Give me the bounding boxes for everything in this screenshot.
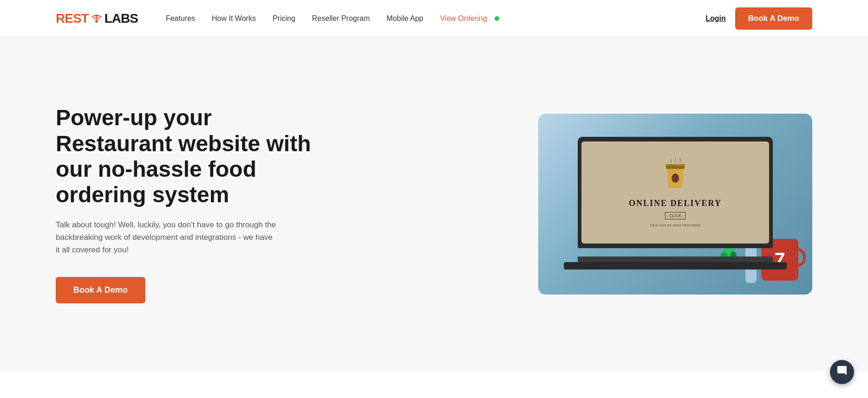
logo-labs: LABS xyxy=(104,11,138,26)
wifi-icon xyxy=(90,12,104,26)
online-status-dot xyxy=(495,16,499,21)
laptop-scene: 7 xyxy=(538,114,812,295)
chat-icon xyxy=(836,365,848,371)
mug-handle xyxy=(797,248,806,267)
svg-point-8 xyxy=(672,173,679,183)
nav-view-ordering[interactable]: View Ordering xyxy=(440,14,487,23)
online-delivery-text: ONLINE DELIVERY xyxy=(629,199,722,208)
laptop-bottom-bar xyxy=(564,262,787,270)
nav-pricing[interactable]: Pricing xyxy=(273,14,295,23)
logo[interactable]: REST LABS xyxy=(56,11,138,26)
click-info: Click here for more information xyxy=(650,223,700,227)
nav-links: Features How It Works Pricing Reseller P… xyxy=(166,14,705,23)
coffee-cup-icon xyxy=(659,158,692,195)
hero-title: Power-up your Restaurant website with ou… xyxy=(56,105,311,207)
login-link[interactable]: Login xyxy=(705,14,726,23)
hero-section: Power-up your Restaurant website with ou… xyxy=(0,37,868,371)
svg-rect-9 xyxy=(666,164,685,167)
nav-book-demo-button[interactable]: Book A Demo xyxy=(735,7,812,30)
hero-image: 7 xyxy=(538,114,812,295)
logo-rest: REST xyxy=(56,11,89,26)
hero-content: Power-up your Restaurant website with ou… xyxy=(56,105,311,303)
click-label: CLICK xyxy=(665,212,686,219)
nav-how-it-works[interactable]: How It Works xyxy=(212,14,256,23)
nav-mobile-app[interactable]: Mobile App xyxy=(386,14,423,23)
nav-reseller-program[interactable]: Reseller Program xyxy=(312,14,370,23)
nav-features[interactable]: Features xyxy=(166,14,195,23)
hero-book-demo-button[interactable]: Book A Demo xyxy=(56,277,145,303)
navbar: REST LABS Features How It Works Pricing … xyxy=(0,0,868,37)
laptop-screen-inner: ONLINE DELIVERY CLICK Click here for mor… xyxy=(581,141,769,244)
hero-subtitle: Talk about tough! Well, luckily, you don… xyxy=(56,218,279,257)
laptop-screen-outer: ONLINE DELIVERY CLICK Click here for mor… xyxy=(578,137,773,248)
laptop: ONLINE DELIVERY CLICK Click here for mor… xyxy=(573,137,777,276)
